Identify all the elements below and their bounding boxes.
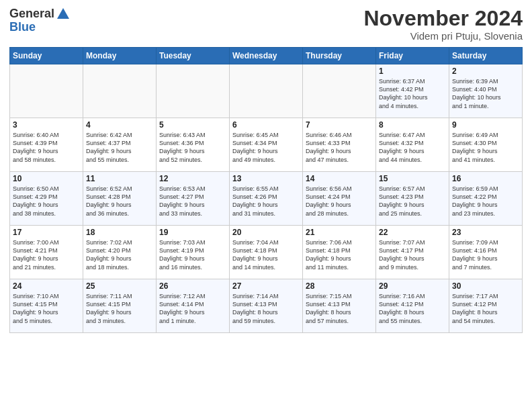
day-number: 4 — [86, 120, 153, 130]
calendar-cell: 16Sunrise: 6:59 AM Sunset: 4:22 PM Dayli… — [449, 172, 523, 226]
calendar-cell: 12Sunrise: 6:53 AM Sunset: 4:27 PM Dayli… — [157, 172, 230, 226]
day-number: 20 — [232, 228, 300, 237]
day-info: Sunrise: 7:04 AM Sunset: 4:18 PM Dayligh… — [232, 238, 300, 271]
day-info: Sunrise: 6:39 AM Sunset: 4:40 PM Dayligh… — [452, 77, 519, 110]
day-info: Sunrise: 6:53 AM Sunset: 4:27 PM Dayligh… — [159, 185, 226, 218]
weekday-header: Monday — [83, 48, 157, 64]
day-info: Sunrise: 7:02 AM Sunset: 4:20 PM Dayligh… — [86, 238, 153, 271]
day-number: 27 — [232, 281, 300, 291]
day-number: 30 — [452, 281, 519, 291]
calendar-week-row: 10Sunrise: 6:50 AM Sunset: 4:29 PM Dayli… — [10, 172, 523, 226]
day-number: 12 — [159, 174, 226, 183]
day-info: Sunrise: 6:56 AM Sunset: 4:24 PM Dayligh… — [306, 185, 373, 218]
calendar-cell: 3Sunrise: 6:40 AM Sunset: 4:39 PM Daylig… — [10, 118, 83, 172]
calendar-week-row: 17Sunrise: 7:00 AM Sunset: 4:21 PM Dayli… — [10, 226, 523, 279]
day-number: 17 — [13, 228, 80, 237]
month-title: November 2024 — [363, 7, 523, 30]
calendar-cell: 26Sunrise: 7:12 AM Sunset: 4:14 PM Dayli… — [157, 279, 230, 333]
day-number: 18 — [86, 228, 153, 237]
calendar-cell: 18Sunrise: 7:02 AM Sunset: 4:20 PM Dayli… — [83, 226, 157, 279]
day-info: Sunrise: 7:12 AM Sunset: 4:14 PM Dayligh… — [159, 292, 226, 325]
calendar-cell: 11Sunrise: 6:52 AM Sunset: 4:28 PM Dayli… — [83, 172, 157, 226]
day-number: 7 — [306, 120, 373, 130]
day-number: 9 — [452, 120, 519, 130]
page-container: General Blue November 2024 Videm pri Ptu… — [0, 0, 532, 411]
day-number: 29 — [379, 281, 446, 291]
calendar-cell: 28Sunrise: 7:15 AM Sunset: 4:13 PM Dayli… — [303, 279, 376, 333]
calendar-cell: 10Sunrise: 6:50 AM Sunset: 4:29 PM Dayli… — [10, 172, 83, 226]
calendar-cell: 1Sunrise: 6:37 AM Sunset: 4:42 PM Daylig… — [376, 64, 449, 118]
calendar-body: 1Sunrise: 6:37 AM Sunset: 4:42 PM Daylig… — [10, 64, 523, 333]
calendar-cell: 25Sunrise: 7:11 AM Sunset: 4:15 PM Dayli… — [83, 279, 157, 333]
logo: General Blue — [9, 7, 72, 34]
day-number: 3 — [13, 120, 80, 130]
calendar-cell: 8Sunrise: 6:47 AM Sunset: 4:32 PM Daylig… — [376, 118, 449, 172]
header-row: SundayMondayTuesdayWednesdayThursdayFrid… — [10, 48, 523, 64]
day-number: 1 — [379, 66, 446, 76]
calendar-week-row: 1Sunrise: 6:37 AM Sunset: 4:42 PM Daylig… — [10, 64, 523, 118]
calendar-cell — [83, 64, 157, 118]
day-number: 10 — [13, 174, 80, 183]
day-info: Sunrise: 7:17 AM Sunset: 4:12 PM Dayligh… — [452, 292, 519, 325]
calendar-week-row: 3Sunrise: 6:40 AM Sunset: 4:39 PM Daylig… — [10, 118, 523, 172]
day-number: 8 — [379, 120, 446, 130]
day-number: 25 — [86, 281, 153, 291]
day-info: Sunrise: 7:03 AM Sunset: 4:19 PM Dayligh… — [159, 238, 226, 271]
calendar-cell: 13Sunrise: 6:55 AM Sunset: 4:26 PM Dayli… — [230, 172, 303, 226]
calendar-cell — [303, 64, 376, 118]
calendar-cell — [10, 64, 83, 118]
day-number: 23 — [452, 228, 519, 237]
weekday-header: Thursday — [303, 48, 376, 64]
calendar-cell: 30Sunrise: 7:17 AM Sunset: 4:12 PM Dayli… — [449, 279, 523, 333]
day-number: 11 — [86, 174, 153, 183]
day-info: Sunrise: 7:06 AM Sunset: 4:18 PM Dayligh… — [306, 238, 373, 271]
day-info: Sunrise: 7:00 AM Sunset: 4:21 PM Dayligh… — [13, 238, 80, 271]
calendar-cell — [230, 64, 303, 118]
day-number: 22 — [379, 228, 446, 237]
day-number: 24 — [13, 281, 80, 291]
day-info: Sunrise: 6:43 AM Sunset: 4:36 PM Dayligh… — [159, 131, 226, 164]
day-info: Sunrise: 6:52 AM Sunset: 4:28 PM Dayligh… — [86, 185, 153, 218]
calendar-cell: 17Sunrise: 7:00 AM Sunset: 4:21 PM Dayli… — [10, 226, 83, 279]
day-info: Sunrise: 6:46 AM Sunset: 4:33 PM Dayligh… — [306, 131, 373, 164]
logo-general: General — [9, 7, 54, 20]
header: General Blue November 2024 Videm pri Ptu… — [9, 7, 523, 42]
day-number: 26 — [159, 281, 226, 291]
day-number: 16 — [452, 174, 519, 183]
day-number: 15 — [379, 174, 446, 183]
logo-text: General — [9, 7, 72, 21]
day-info: Sunrise: 6:55 AM Sunset: 4:26 PM Dayligh… — [232, 185, 300, 218]
day-number: 13 — [232, 174, 300, 183]
calendar-week-row: 24Sunrise: 7:10 AM Sunset: 4:15 PM Dayli… — [10, 279, 523, 333]
day-info: Sunrise: 6:57 AM Sunset: 4:23 PM Dayligh… — [379, 185, 446, 218]
logo-icon — [56, 7, 71, 21]
weekday-header: Tuesday — [157, 48, 230, 64]
day-info: Sunrise: 7:14 AM Sunset: 4:13 PM Dayligh… — [232, 292, 300, 325]
day-info: Sunrise: 7:10 AM Sunset: 4:15 PM Dayligh… — [13, 292, 80, 325]
day-number: 2 — [452, 66, 519, 76]
calendar-cell: 9Sunrise: 6:49 AM Sunset: 4:30 PM Daylig… — [449, 118, 523, 172]
calendar-cell: 7Sunrise: 6:46 AM Sunset: 4:33 PM Daylig… — [303, 118, 376, 172]
calendar-cell: 29Sunrise: 7:16 AM Sunset: 4:12 PM Dayli… — [376, 279, 449, 333]
calendar-cell: 20Sunrise: 7:04 AM Sunset: 4:18 PM Dayli… — [230, 226, 303, 279]
calendar-cell: 2Sunrise: 6:39 AM Sunset: 4:40 PM Daylig… — [449, 64, 523, 118]
day-info: Sunrise: 6:47 AM Sunset: 4:32 PM Dayligh… — [379, 131, 446, 164]
day-info: Sunrise: 6:40 AM Sunset: 4:39 PM Dayligh… — [13, 131, 80, 164]
day-number: 21 — [306, 228, 373, 237]
day-info: Sunrise: 7:09 AM Sunset: 4:16 PM Dayligh… — [452, 238, 519, 271]
calendar-cell: 5Sunrise: 6:43 AM Sunset: 4:36 PM Daylig… — [157, 118, 230, 172]
logo-blue: Blue — [9, 20, 72, 34]
calendar-cell: 27Sunrise: 7:14 AM Sunset: 4:13 PM Dayli… — [230, 279, 303, 333]
day-info: Sunrise: 6:45 AM Sunset: 4:34 PM Dayligh… — [232, 131, 300, 164]
logo-text-block: General Blue — [9, 7, 72, 34]
day-number: 5 — [159, 120, 226, 130]
calendar-cell: 6Sunrise: 6:45 AM Sunset: 4:34 PM Daylig… — [230, 118, 303, 172]
day-number: 14 — [306, 174, 373, 183]
calendar-cell: 22Sunrise: 7:07 AM Sunset: 4:17 PM Dayli… — [376, 226, 449, 279]
day-info: Sunrise: 7:07 AM Sunset: 4:17 PM Dayligh… — [379, 238, 446, 271]
svg-marker-0 — [57, 8, 69, 19]
day-number: 28 — [306, 281, 373, 291]
calendar-cell — [157, 64, 230, 118]
calendar-cell: 15Sunrise: 6:57 AM Sunset: 4:23 PM Dayli… — [376, 172, 449, 226]
day-info: Sunrise: 7:16 AM Sunset: 4:12 PM Dayligh… — [379, 292, 446, 325]
